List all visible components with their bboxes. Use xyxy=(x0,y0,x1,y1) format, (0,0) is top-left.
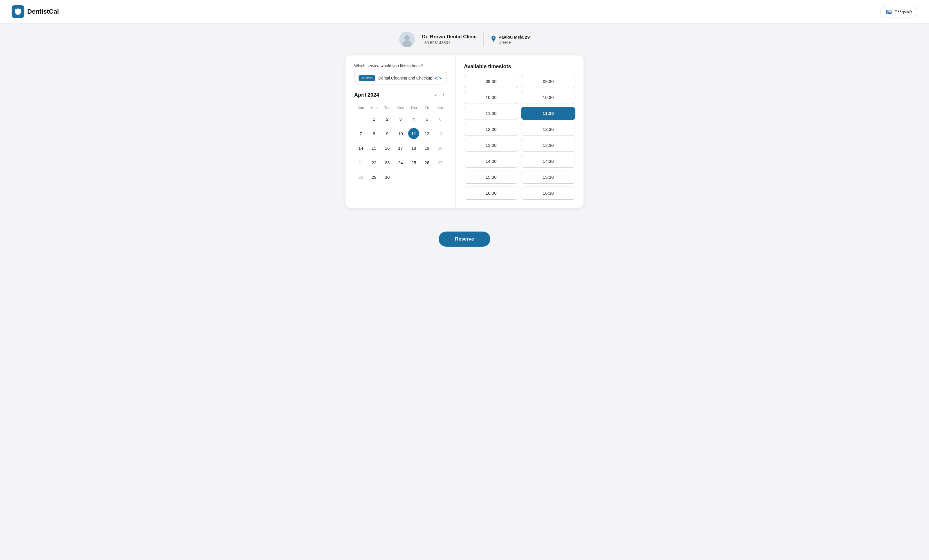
weekday-header: Sun xyxy=(354,104,368,112)
location-icon xyxy=(491,36,496,43)
divider xyxy=(483,33,484,46)
calendar-cell: 9 xyxy=(380,126,394,141)
calendar-cell: 10 xyxy=(394,126,407,141)
calendar-day[interactable]: 30 xyxy=(382,171,393,182)
timeslot-button[interactable]: 16:00 xyxy=(464,187,518,200)
calendar-header: April 2024 ‹ › xyxy=(354,91,447,99)
timeslot-button[interactable]: 14:30 xyxy=(521,155,575,168)
calendar-cell: 13 xyxy=(434,126,447,141)
language-label: Ελληνικά xyxy=(894,9,912,14)
calendar-day[interactable]: 23 xyxy=(382,157,393,168)
calendar-day[interactable]: 18 xyxy=(408,142,419,153)
calendar-cell: 28 xyxy=(354,170,368,184)
clinic-name: Dr. Brown Dental Clinic xyxy=(422,34,477,40)
calendar-day[interactable]: 8 xyxy=(368,128,379,139)
calendar-day[interactable]: 9 xyxy=(382,128,393,139)
calendar-day: 28 xyxy=(355,171,366,182)
calendar-day[interactable]: 17 xyxy=(395,142,406,153)
calendar-month: April 2024 xyxy=(354,92,379,98)
timeslot-button[interactable]: 15:00 xyxy=(464,171,518,184)
timeslot-button[interactable]: 09:30 xyxy=(521,75,575,88)
service-selector[interactable]: 30 min Dental Cleaning and Checkup ≺≻ xyxy=(354,72,447,84)
timeslot-button[interactable]: 15:30 xyxy=(521,171,575,184)
calendar-day[interactable]: 1 xyxy=(368,113,379,124)
next-month-button[interactable]: › xyxy=(440,91,447,99)
calendar-day[interactable]: 10 xyxy=(395,128,406,139)
calendar-day[interactable]: 12 xyxy=(422,128,432,139)
calendar-day[interactable]: 26 xyxy=(422,157,432,168)
header: DentistCal 🇬🇷 Ελληνικά xyxy=(0,0,929,23)
calendar-cell: 1 xyxy=(368,112,381,126)
timeslot-button[interactable]: 09:00 xyxy=(464,75,518,88)
calendar-cell xyxy=(434,170,447,184)
calendar-day[interactable]: 2 xyxy=(382,113,393,124)
calendar-panel: Which service would you like to book? 30… xyxy=(345,55,456,208)
calendar-day[interactable]: 15 xyxy=(368,142,379,153)
calendar-day[interactable]: 11 xyxy=(408,128,419,139)
weekday-header: Tue xyxy=(380,104,394,112)
calendar-day[interactable]: 16 xyxy=(382,142,393,153)
calendar-day[interactable]: 24 xyxy=(395,157,406,168)
weekday-header: Wed xyxy=(394,104,407,112)
calendar-cell: 6 xyxy=(434,112,447,126)
calendar-cell: 30 xyxy=(380,170,394,184)
timeslot-button[interactable]: 12:00 xyxy=(464,123,518,136)
calendar-cell: 8 xyxy=(368,126,381,141)
timeslot-button[interactable]: 13:00 xyxy=(464,139,518,152)
timeslot-button[interactable]: 11:00 xyxy=(464,107,518,120)
clinic-address-text: Pavlou Mela 29 Greece xyxy=(498,35,530,44)
timeslot-button[interactable]: 16:30 xyxy=(521,187,575,200)
calendar-cell xyxy=(394,170,407,184)
calendar-cell: 14 xyxy=(354,141,368,155)
calendar-day: 20 xyxy=(435,142,446,153)
calendar-day[interactable]: 22 xyxy=(368,157,379,168)
calendar-day[interactable]: 25 xyxy=(408,157,419,168)
flag-icon: 🇬🇷 xyxy=(886,8,892,15)
calendar-cell: 11 xyxy=(407,126,420,141)
calendar-day[interactable]: 5 xyxy=(422,113,432,124)
calendar-grid: SunMonTueWedThuFriSat 123456789101112131… xyxy=(354,104,447,184)
calendar-day[interactable]: 7 xyxy=(355,128,366,139)
timeslot-button[interactable]: 10:30 xyxy=(521,91,575,104)
calendar-cell: 21 xyxy=(354,155,368,170)
calendar-cell: 17 xyxy=(394,141,407,155)
calendar-day: 21 xyxy=(355,157,366,168)
calendar-cell: 27 xyxy=(434,155,447,170)
calendar-day[interactable]: 14 xyxy=(355,142,366,153)
timeslot-button[interactable]: 14:00 xyxy=(464,155,518,168)
weekday-header: Sat xyxy=(434,104,447,112)
calendar-cell: 5 xyxy=(420,112,434,126)
calendar-cell: 23 xyxy=(380,155,394,170)
timeslots-grid: 09:0009:3010:0010:3011:0011:3012:0012:30… xyxy=(464,75,575,200)
calendar-day[interactable]: 29 xyxy=(368,171,379,182)
language-button[interactable]: 🇬🇷 Ελληνικά xyxy=(880,6,917,17)
timeslots-panel: Available timeslots 09:0009:3010:0010:30… xyxy=(456,55,584,208)
booking-card: Which service would you like to book? 30… xyxy=(345,55,584,208)
service-label: Which service would you like to book? xyxy=(354,64,447,68)
calendar-cell: 22 xyxy=(368,155,381,170)
timeslot-button[interactable]: 11:30 xyxy=(521,107,575,120)
duration-badge: 30 min xyxy=(359,75,376,81)
svg-point-2 xyxy=(403,41,412,47)
reserve-button[interactable]: Reserve xyxy=(438,231,491,246)
calendar-day[interactable]: 3 xyxy=(395,113,406,124)
calendar-cell: 15 xyxy=(368,141,381,155)
calendar-cell xyxy=(354,112,368,126)
calendar-cell: 18 xyxy=(407,141,420,155)
weekday-header: Mon xyxy=(368,104,381,112)
clinic-address-line1: Pavlou Mela 29 xyxy=(498,35,530,40)
calendar-day[interactable]: 4 xyxy=(408,113,419,124)
prev-month-button[interactable]: ‹ xyxy=(433,91,439,99)
timeslot-button[interactable]: 12:30 xyxy=(521,123,575,136)
calendar-day: 6 xyxy=(435,113,446,124)
weekday-header: Thu xyxy=(407,104,420,112)
clinic-avatar xyxy=(399,32,415,47)
calendar-day[interactable]: 19 xyxy=(422,142,432,153)
timeslot-button[interactable]: 13:30 xyxy=(521,139,575,152)
clinic-address-area: Pavlou Mela 29 Greece xyxy=(491,35,530,44)
weekday-header: Fri xyxy=(420,104,434,112)
service-left: 30 min Dental Cleaning and Checkup xyxy=(359,75,432,81)
timeslot-button[interactable]: 10:00 xyxy=(464,91,518,104)
calendar-day: 27 xyxy=(435,157,446,168)
code-icon: ≺≻ xyxy=(434,75,442,81)
